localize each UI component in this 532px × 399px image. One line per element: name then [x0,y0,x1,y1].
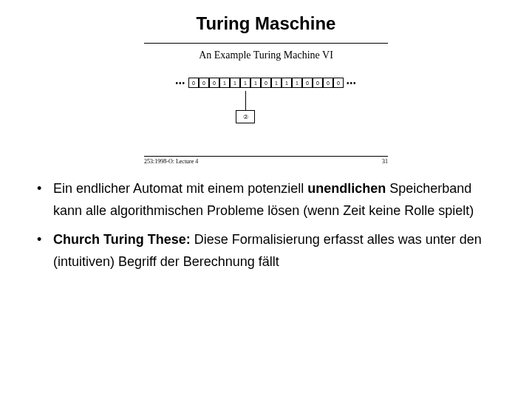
dots-right: ••• [344,79,360,87]
figure-caption: An Example Turing Machine VI [144,50,388,61]
tape-cell: 1 [292,78,302,88]
tape-cell: 0 [323,78,333,88]
tape-cell: 0 [333,78,344,88]
bullet-1-text-a: Ein endlicher Automat mit einem potenzie… [53,181,307,196]
tape-cell: 0 [188,78,199,88]
tape-cell: 1 [240,78,250,88]
head-state: ② [236,110,255,123]
turing-figure: An Example Turing Machine VI ••• 0 0 0 1… [144,43,388,165]
tape-cell: 1 [250,78,261,88]
tape-cell: 1 [219,78,230,88]
figure-top-rule [144,43,388,44]
tape-cell: 0 [261,78,271,88]
figure-footer-right: 31 [382,158,388,165]
figure-footer-left: 253:1998-O: Lecture 4 [144,158,198,165]
tape-cell: 1 [282,78,292,88]
tape: ••• 0 0 0 1 1 1 1 0 1 1 1 0 0 0 0 ••• [144,78,388,88]
tape-cell: 0 [199,78,209,88]
bullet-1: Ein endlicher Automat mit einem potenzie… [53,178,495,222]
tape-cell: 0 [313,78,323,88]
tape-cell: 0 [302,78,313,88]
bullet-2-bold: Church Turing These: [53,232,191,247]
dots-left: ••• [172,79,188,87]
bullet-1-bold: unendlichen [307,181,386,196]
head-connector [245,91,246,110]
figure-footer: 253:1998-O: Lecture 4 31 [144,156,388,165]
bullet-2: Church Turing These: Diese Formalisierun… [53,229,495,273]
tape-cell: 1 [230,78,240,88]
slide-title: Turing Maschine [0,0,532,43]
tape-cell: 0 [209,78,219,88]
bullet-list: Ein endlicher Automat mit einem potenzie… [0,178,532,273]
tape-cell: 1 [271,78,282,88]
